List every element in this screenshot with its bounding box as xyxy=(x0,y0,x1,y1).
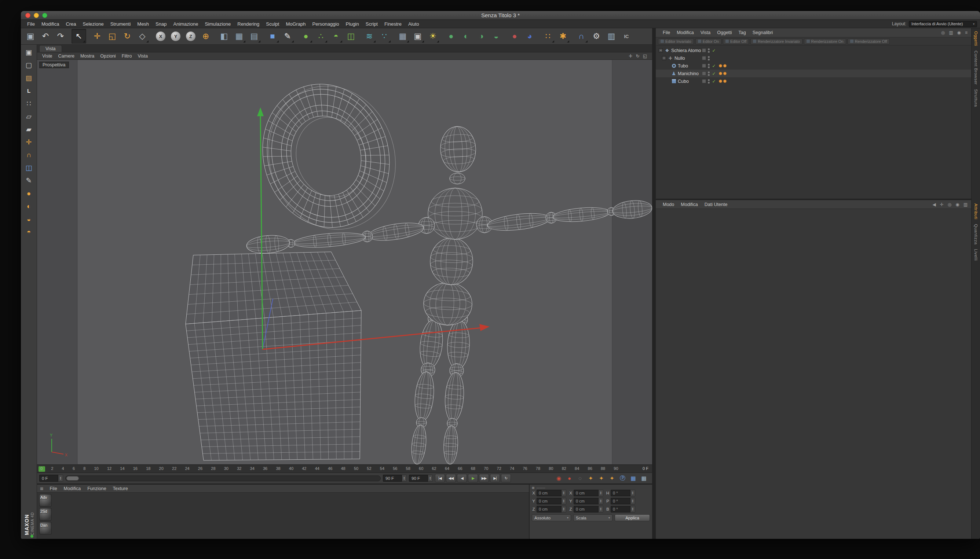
object-row-cubo[interactable]: Cubo✓ xyxy=(656,77,971,85)
layer-chip[interactable] xyxy=(702,71,706,76)
filter-button-renderizzatore-off[interactable]: Renderizzatore Off xyxy=(847,38,890,45)
key-scale-icon[interactable]: ✦ xyxy=(597,474,606,483)
gear-icon[interactable]: ⚙ xyxy=(589,29,604,44)
scale-tool-icon[interactable]: ◱ xyxy=(105,29,119,44)
coord-value[interactable]: 0 ° xyxy=(611,490,630,496)
viewport-menu-vista[interactable]: Vista xyxy=(134,53,151,59)
coord-value[interactable]: 0 ° xyxy=(611,498,630,504)
tag-icon[interactable] xyxy=(723,72,726,75)
coord-value[interactable]: 0 cm xyxy=(574,490,599,496)
vertical-splitter[interactable] xyxy=(652,28,656,539)
prev-key-button[interactable]: ◀◀ xyxy=(446,474,456,482)
menu-finestre[interactable]: Finestre xyxy=(381,21,405,27)
viewport-menu-viste[interactable]: Viste xyxy=(39,53,55,59)
material-menu-file[interactable]: File xyxy=(46,486,60,491)
play-button[interactable]: ▶ xyxy=(468,474,478,482)
stepper-icon[interactable]: ▲▼ xyxy=(562,490,566,496)
menu-aiuto[interactable]: Aiuto xyxy=(405,21,423,27)
menu-mesh[interactable]: Mesh xyxy=(134,21,152,27)
key-parameter-icon[interactable]: Ⓟ xyxy=(618,474,627,483)
filter-button-editor-on[interactable]: Editor On xyxy=(695,38,721,45)
menu-personaggio[interactable]: Personaggio xyxy=(309,21,343,27)
position-mode-select[interactable]: Assoluto▾ xyxy=(532,514,571,521)
camera-icon[interactable]: ▣ xyxy=(410,29,425,44)
mirror-icon[interactable]: ◫ xyxy=(22,162,36,174)
x-axis-lock-icon[interactable]: X xyxy=(153,29,168,44)
key-pla-icon[interactable]: ▦ xyxy=(628,474,638,483)
texture-mode-icon[interactable]: ▨ xyxy=(22,72,36,84)
material-menu-modifica[interactable]: Modifica xyxy=(61,486,85,491)
side-tab-content-browser[interactable]: Content Browser xyxy=(974,51,978,85)
symmetry-icon[interactable]: ◫ xyxy=(344,29,358,44)
array-generator-icon[interactable]: ∴ xyxy=(313,29,328,44)
cloth-simulation-icon[interactable]: ≋ xyxy=(362,29,376,44)
filter-icon[interactable]: ▥ xyxy=(949,30,953,35)
menu-icon[interactable]: ≡ xyxy=(965,30,968,35)
stepper-icon[interactable]: ▲▼ xyxy=(428,475,433,482)
redo-icon[interactable]: ↷ xyxy=(53,29,68,44)
visibility-dots-icon[interactable] xyxy=(708,48,710,53)
null-icon[interactable]: ✛ xyxy=(668,56,673,61)
menu-simulazione[interactable]: Simulazione xyxy=(201,21,234,27)
coord-field-position-x[interactable]: 0 cm▲▼ xyxy=(537,490,566,496)
filter-button-renderizzatore-on[interactable]: Renderizzatore On xyxy=(804,38,846,45)
key-position-icon[interactable]: ✦ xyxy=(586,474,595,483)
search-icon[interactable]: ◎ xyxy=(948,202,952,207)
edges-mode-icon[interactable]: ▱ xyxy=(22,110,36,122)
background-icon[interactable]: ◒ xyxy=(489,29,504,44)
attribute-tab-modo[interactable]: Modo xyxy=(660,202,677,207)
viewport-menu-opzioni[interactable]: Opzioni xyxy=(97,53,118,59)
menu-strumenti[interactable]: Strumenti xyxy=(107,21,134,27)
layer-chip[interactable] xyxy=(702,56,706,60)
tag-icon[interactable] xyxy=(719,64,722,68)
next-frame-button[interactable]: ▶▶ xyxy=(479,474,489,482)
current-frame-value[interactable]: 0 F xyxy=(39,475,58,482)
coord-field-rotation-b[interactable]: 0 °▲▼ xyxy=(611,506,635,513)
light-icon[interactable]: ☀ xyxy=(425,29,440,44)
filter-button-renderizzatore-invariato[interactable]: Renderizzatore Invariato xyxy=(750,38,802,45)
coordinate-system-icon[interactable]: ⊕ xyxy=(199,29,213,44)
tag-icon[interactable] xyxy=(719,79,722,83)
y-axis-lock-icon[interactable]: Y xyxy=(168,29,183,44)
layer-chip[interactable] xyxy=(702,48,706,53)
viewport-menu-mostra[interactable]: Mostra xyxy=(77,53,97,59)
subdivision-surface-icon[interactable]: ● xyxy=(298,29,313,44)
tube-icon[interactable] xyxy=(671,64,677,68)
shader-icon[interactable]: ◕ xyxy=(522,29,537,44)
view-maximize-icon[interactable]: ◱ xyxy=(643,53,647,59)
object-label[interactable]: Schiera Atomo xyxy=(671,48,701,53)
layer-chip[interactable] xyxy=(702,64,706,68)
timeline-slider-handle[interactable] xyxy=(66,476,79,481)
enable-check-icon[interactable]: ✓ xyxy=(711,48,716,53)
stepper-icon[interactable]: ▲▼ xyxy=(562,498,566,504)
record-keyframe-icon[interactable]: ◉ xyxy=(554,474,563,483)
tag-icon[interactable] xyxy=(719,72,722,75)
selection-tool-icon[interactable]: ↖ xyxy=(71,29,86,44)
history-back-icon[interactable]: ◀ xyxy=(932,202,935,207)
cube-icon[interactable] xyxy=(671,79,677,83)
lock-icon[interactable]: ◉ xyxy=(955,202,959,207)
model-mode-icon[interactable]: ▢ xyxy=(22,59,36,71)
layer-chip[interactable] xyxy=(702,79,706,83)
object-manager-menu-oggetti[interactable]: Oggetti xyxy=(714,30,735,35)
figure-icon[interactable]: ♟ xyxy=(671,71,677,76)
object-label[interactable]: Manichino xyxy=(678,71,699,76)
coord-value[interactable]: 0 ° xyxy=(611,506,630,513)
coord-field-size-x[interactable]: 0 cm▲▼ xyxy=(574,490,604,496)
snap-enable-icon[interactable]: ∩ xyxy=(22,149,36,161)
render-view-icon[interactable]: ◧ xyxy=(217,29,231,44)
material-menu-funzione[interactable]: Funzione xyxy=(84,486,109,491)
coord-field-rotation-h[interactable]: 0 °▲▼ xyxy=(611,490,635,496)
object-row-manichino[interactable]: ♟Manichino✓ xyxy=(656,69,971,77)
menu-script[interactable]: Script xyxy=(362,21,381,27)
coord-field-size-z[interactable]: 0 cm▲▼ xyxy=(574,506,604,513)
filter-button-editor-invariato[interactable]: Editor Invariato xyxy=(658,38,694,45)
object-manager-menu-vista[interactable]: Vista xyxy=(697,30,714,35)
enable-check-icon[interactable]: ✓ xyxy=(711,63,716,69)
object-manager-menu-tag[interactable]: Tag xyxy=(735,30,749,35)
enable-check-icon[interactable]: ✓ xyxy=(711,71,716,76)
sky-icon[interactable]: ● xyxy=(444,29,458,44)
key-rotation-icon[interactable]: ✦ xyxy=(607,474,617,483)
layout-icon[interactable]: ▥ xyxy=(963,202,968,207)
menu-plugin[interactable]: Plugin xyxy=(343,21,362,27)
